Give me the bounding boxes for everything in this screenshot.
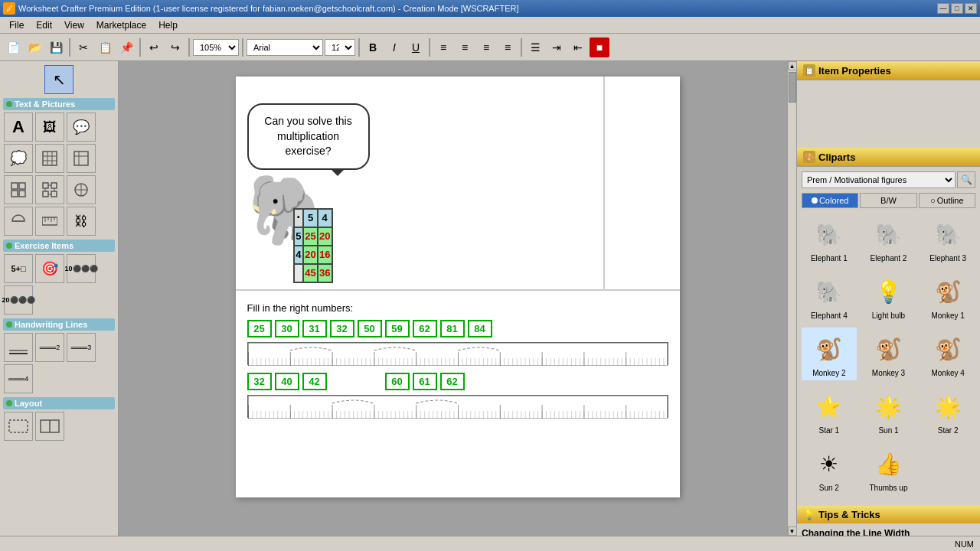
image-tool-button[interactable]: 🖼 [35, 112, 64, 142]
canvas-scrollbar[interactable]: ▲ ▼ [787, 61, 796, 536]
monkey4-label: Monkey 4 [931, 369, 964, 377]
num-box-25: 25 [247, 320, 272, 337]
menu-file[interactable]: File [3, 18, 30, 32]
outline-tab[interactable]: ○ Outline [919, 193, 975, 208]
font-dropdown[interactable]: Arial [247, 39, 323, 56]
clipart-monkey4[interactable]: 🐒 Monkey 4 [920, 328, 975, 380]
handwriting-1-button[interactable] [4, 333, 33, 362]
zoom-dropdown[interactable]: 105% 100% 75% [193, 39, 239, 56]
item-properties-icon: 📋 [803, 64, 815, 77]
menu-marketplace[interactable]: Marketplace [90, 18, 152, 32]
clipart-star2[interactable]: 🌟 Star 2 [920, 385, 975, 438]
num-box2-42: 42 [302, 373, 327, 390]
exercise-special-button[interactable]: 🎯 [35, 254, 64, 283]
cut-button[interactable]: ✂ [74, 37, 93, 57]
bold-button[interactable]: B [363, 37, 383, 57]
clipart-sun1[interactable]: 🌟 Sun 1 [861, 385, 916, 438]
chain-tool-button[interactable]: ⛓ [67, 207, 96, 236]
speech-bubble-tool-button[interactable]: 💬 [67, 112, 96, 142]
clipart-star1[interactable]: ⭐ Star 1 [802, 385, 857, 438]
align-left-button[interactable]: ≡ [433, 37, 453, 57]
circle-tool-button[interactable] [67, 175, 96, 204]
italic-button[interactable]: I [384, 37, 404, 57]
layout-1-button[interactable] [4, 412, 33, 441]
window-controls[interactable]: — □ ✕ [937, 3, 977, 14]
clipart-thumbsup[interactable]: 👍 Thumbs up [861, 442, 916, 495]
clipart-elephant1[interactable]: 🐘 Elephant 1 [802, 213, 857, 266]
clipart-monkey3[interactable]: 🐒 Monkey 3 [861, 328, 916, 380]
align-justify-button[interactable]: ≡ [498, 37, 518, 57]
grid-tool-button[interactable] [4, 175, 33, 204]
canvas-scroll: Can you solve this multiplication exerci… [119, 61, 796, 536]
bw-tab[interactable]: B/W [860, 193, 916, 208]
separator-7 [521, 38, 522, 57]
connect-tool-button[interactable] [35, 175, 64, 204]
clipart-category-dropdown[interactable]: Prem / Motivational figures [802, 171, 956, 188]
clipart-lightbulb[interactable]: 💡 Light bulb [861, 270, 916, 323]
undo-button[interactable]: ↩ [144, 37, 164, 57]
underline-button[interactable]: U [406, 37, 426, 57]
clipart-monkey2[interactable]: 🐒 Monkey 2 [802, 328, 857, 380]
num-box2-empty2 [358, 373, 382, 390]
clipart-sun2[interactable]: ☀ Sun 2 [802, 442, 857, 495]
thumbsup-image: 👍 [870, 445, 906, 482]
star2-label: Star 2 [938, 426, 959, 435]
elephant4-image: 🐘 [811, 273, 848, 310]
clipart-elephant3[interactable]: 🐘 Elephant 3 [920, 213, 975, 266]
table-tool-button[interactable] [35, 144, 64, 173]
save-button[interactable]: 💾 [46, 37, 66, 57]
lightbulb-label: Light bulb [872, 311, 905, 320]
scroll-thumb[interactable] [789, 72, 796, 103]
cloud-bubble-tool-button[interactable]: 💭 [4, 144, 33, 173]
elephant3-label: Elephant 3 [929, 254, 966, 262]
copy-button[interactable]: 📋 [95, 37, 115, 57]
half-circle-tool-button[interactable] [4, 207, 33, 236]
table-r2c1: 20 [303, 246, 318, 264]
table-row1-header: 5 [294, 227, 304, 246]
size-dropdown[interactable]: 12 10 14 [325, 39, 355, 56]
shape-tool-button[interactable] [67, 144, 96, 173]
new-button[interactable]: 📄 [3, 37, 23, 57]
outdent-button[interactable]: ⇤ [568, 37, 588, 57]
ruler-tool-button[interactable] [35, 207, 64, 236]
list-button[interactable]: ☰ [525, 37, 545, 57]
cliparts-header: 🎨 Cliparts [797, 148, 980, 167]
table-row2-header: 4 [294, 246, 304, 264]
scroll-down-button[interactable]: ▼ [788, 527, 797, 536]
table-r1c1: 25 [303, 227, 318, 246]
tips-bulb-icon: 💡 [803, 509, 815, 520]
align-center-button[interactable]: ≡ [455, 37, 475, 57]
indent-button[interactable]: ⇥ [547, 37, 567, 57]
minimize-button[interactable]: — [937, 3, 949, 14]
clipart-monkey1[interactable]: 🐒 Monkey 1 [920, 270, 975, 323]
menu-help[interactable]: Help [152, 18, 184, 32]
maximize-button[interactable]: □ [951, 3, 963, 14]
redo-button[interactable]: ↪ [165, 37, 185, 57]
exercise-items-header: Exercise Items [3, 240, 115, 252]
ruler-2 [247, 395, 668, 418]
clipart-elephant2[interactable]: 🐘 Elephant 2 [861, 213, 916, 266]
text-tool-button[interactable]: A [4, 112, 33, 142]
clipart-search-button[interactable]: 🔍 [957, 171, 975, 188]
clipart-elephant4[interactable]: 🐘 Elephant 4 [802, 270, 857, 323]
num-box2-40: 40 [275, 373, 299, 390]
menu-edit[interactable]: Edit [30, 18, 58, 32]
stop-button[interactable]: ■ [590, 37, 609, 57]
handwriting-2-button[interactable]: ═══2 [35, 333, 64, 362]
colored-tab[interactable]: Colored [802, 193, 858, 208]
open-button[interactable]: 📂 [24, 37, 44, 57]
layout-2-button[interactable] [35, 412, 64, 441]
align-right-button[interactable]: ≡ [476, 37, 496, 57]
paste-button[interactable]: 📌 [116, 37, 136, 57]
handwriting-4-button[interactable]: ═══4 [4, 364, 33, 393]
monkey3-label: Monkey 3 [872, 369, 905, 377]
exercise-math-button[interactable]: 5+□ [4, 254, 33, 283]
menu-view[interactable]: View [58, 18, 90, 32]
handwriting-3-button[interactable]: ═══3 [67, 333, 96, 362]
exercise-dots10-button[interactable]: 10 ⚫⚫⚫ [67, 254, 96, 283]
close-button[interactable]: ✕ [965, 3, 977, 14]
star1-label: Star 1 [818, 426, 839, 435]
exercise-dots20-button[interactable]: 20 ⚫⚫⚫ [4, 285, 33, 315]
scroll-up-button[interactable]: ▲ [788, 61, 797, 70]
select-tool-button[interactable]: ↖ [44, 65, 74, 94]
